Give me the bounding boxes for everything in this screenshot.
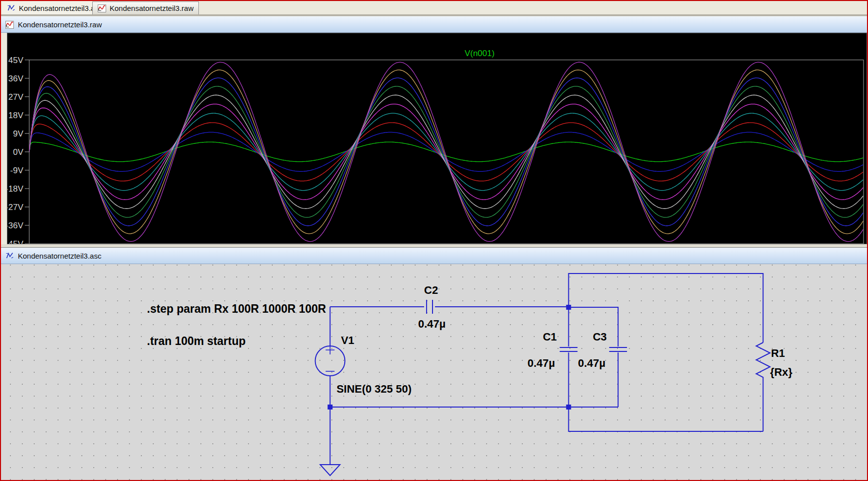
waveform-icon [98,4,106,12]
v1-value-label[interactable]: SINE(0 325 50) [336,383,411,395]
trace-Rx=1000[interactable] [29,62,863,241]
tab-schematic-file[interactable]: Kondensatornetzteil3.asc [2,1,107,14]
waveform-plot[interactable]: 45V36V27V18V9V0V-9V-18V-27V-36V-45V0ms10… [7,33,867,244]
y-tick-label: 27V [8,92,24,102]
capacitor-c1-symbol[interactable] [559,347,577,351]
c3-ref-label[interactable]: C3 [593,331,607,343]
y-tick-label: 36V [8,74,24,83]
c1-ref-label[interactable]: C1 [543,331,557,343]
waveform-traces [29,62,863,241]
resistor-r1-symbol[interactable] [756,343,770,431]
schematic-icon [5,252,14,260]
tab-waveform-file[interactable]: Kondensatornetzteil3.raw [92,1,199,14]
trace-legend[interactable]: V(n001) [465,49,495,58]
r1-ref-label[interactable]: R1 [771,347,785,359]
y-tick-label: -9V [10,166,24,175]
v1-ref-label[interactable]: V1 [341,334,354,346]
capacitor-c2-symbol[interactable] [427,300,433,314]
schematic-titlebar[interactable]: Kondensatornetzteil3.asc [1,247,867,264]
schematic-texts: .step param Rx 100R 1000R 100R .tran 100… [147,284,793,395]
y-tick-label: -45V [7,239,24,244]
y-tick-label: 0V [13,147,23,157]
y-tick-label: 9V [13,129,23,138]
plus-sign [326,345,335,354]
trace-Rx=200[interactable] [29,132,863,171]
waveform-window: Kondensatornetzteil3.raw 45V36V27V18V9V0… [1,15,867,244]
trace-Rx=900[interactable] [29,70,863,234]
c3-value-label[interactable]: 0.47µ [578,357,605,369]
ground-symbol[interactable] [320,465,340,476]
schematic-icon [7,4,15,12]
c1-value-label[interactable]: 0.47µ [528,357,555,369]
r1-value-label[interactable]: {Rx} [770,366,793,378]
step-directive[interactable]: .step param Rx 100R 1000R 100R [147,302,326,315]
c2-value-label[interactable]: 0.47µ [418,318,445,330]
schematic-drawing[interactable]: .step param Rx 100R 1000R 100R .tran 100… [1,264,867,480]
schematic-window: Kondensatornetzteil3.asc [1,247,867,480]
circuit-wires [315,274,770,476]
y-tick-label: -18V [7,184,24,194]
waveform-title: Kondensatornetzteil3.raw [18,20,102,29]
waveform-titlebar[interactable]: Kondensatornetzteil3.raw [1,16,867,33]
capacitor-c3-symbol[interactable] [609,347,627,351]
y-tick-label: -27V [7,203,24,212]
trace-Rx=300[interactable] [29,123,863,181]
waveform-icon [5,21,14,29]
tran-directive[interactable]: .tran 100m startup [147,335,246,347]
ltspice-app: Kondensatornetzteil3.asc Kondensatornetz… [0,0,868,481]
wire [568,409,763,431]
y-tick-label: 18V [8,111,24,120]
schematic-canvas[interactable]: .step param Rx 100R 1000R 100R .tran 100… [1,264,867,480]
y-tick-label: -36V [7,221,24,230]
trace-Rx=500[interactable] [29,104,863,200]
tab-label: Kondensatornetzteil3.raw [110,4,193,12]
waveform-plot-pane[interactable]: 45V36V27V18V9V0V-9V-18V-27V-36V-45V0ms10… [7,33,867,244]
y-tick-label: 45V [8,56,24,65]
document-tab-bar: Kondensatornetzteil3.asc Kondensatornetz… [1,1,867,15]
trace-Rx=600[interactable] [29,95,863,209]
tab-label: Kondensatornetzteil3.asc [19,4,102,12]
c2-ref-label[interactable]: C2 [424,284,438,296]
schematic-title: Kondensatornetzteil3.asc [18,252,101,260]
trace-Rx=400[interactable] [29,113,863,190]
trace-Rx=800[interactable] [29,78,863,226]
